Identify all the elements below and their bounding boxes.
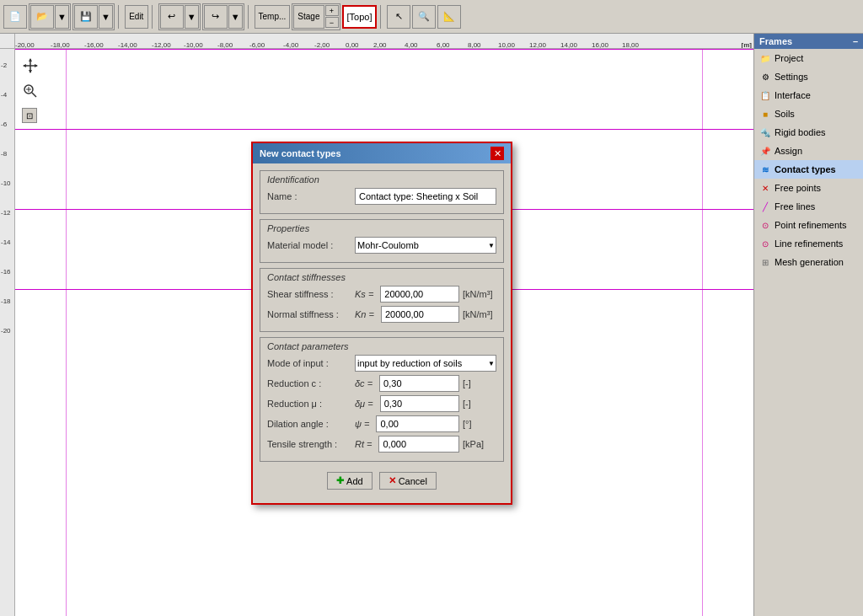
dilation-input[interactable]	[376, 415, 459, 432]
material-model-select[interactable]: Mohr-Coulomb Elastic None	[355, 237, 496, 254]
sidebar-item-free-points[interactable]: ✕ Free points	[754, 179, 863, 197]
open-dropdown[interactable]: ▼	[55, 5, 69, 29]
normal-stiffness-input[interactable]	[381, 306, 459, 323]
frames-panel-close[interactable]: –	[853, 36, 858, 46]
stage-button[interactable]: Stage	[293, 5, 324, 29]
measure-button[interactable]: 📐	[437, 5, 461, 29]
frames-panel-header: Frames –	[754, 34, 863, 49]
shear-stiffness-row: Shear stiffness : Ks = [kN/m³]	[267, 286, 496, 303]
name-row: Name :	[267, 188, 496, 205]
dialog-titlebar: New contact types ✕	[253, 143, 511, 163]
free-points-icon: ✕	[759, 182, 771, 194]
add-label: Add	[346, 476, 363, 486]
save-group: 💾 ▼	[72, 3, 115, 30]
v-line-left	[66, 49, 67, 616]
sidebar-item-mesh-generation[interactable]: ⊞ Mesh generation	[754, 253, 863, 271]
contact-params-group: Contact parameters Mode of input : input…	[260, 337, 504, 462]
mode-select[interactable]: input by reduction of soils manual input	[355, 355, 496, 372]
sidebar-item-soils[interactable]: ■ Soils	[754, 104, 863, 123]
properties-legend: Properties	[267, 223, 496, 233]
shear-stiffness-label: Shear stiffness :	[267, 289, 351, 299]
main-toolbar: 📄 📂 ▼ 💾 ▼ Edit ↩ ▼ ↪ ▼ Temp... Stage	[0, 0, 863, 34]
dialog-close-button[interactable]: ✕	[490, 147, 504, 160]
contact-stiffnesses-group: Contact stiffnesses Shear stiffness : Ks…	[260, 268, 504, 332]
reduction-c-row: Reduction c : δc = [-]	[267, 375, 496, 392]
assign-icon: 📌	[759, 145, 771, 157]
open-button[interactable]: 📂	[30, 5, 54, 29]
assign-label: Assign	[775, 146, 802, 156]
open-save-group: 📂 ▼	[29, 3, 71, 30]
point-refinements-icon: ⊙	[759, 219, 771, 231]
sidebar-item-line-refinements[interactable]: ⊙ Line refinements	[754, 234, 863, 253]
mesh-generation-icon: ⊞	[759, 256, 771, 268]
stage-icon: Stage	[297, 12, 319, 21]
dilation-unit: [°]	[463, 419, 496, 429]
normal-stiffness-label: Normal stiffness :	[267, 309, 351, 319]
tensile-symbol: Rt =	[355, 439, 372, 449]
reduction-mu-symbol: δμ =	[355, 399, 373, 409]
canvas-main-row: -2 -4 -6 -8 -10 -12 -14 -16 -18 -20	[0, 49, 753, 616]
measure-icon-canvas: ⊡	[26, 111, 33, 121]
cancel-x-icon: ✕	[389, 475, 396, 486]
redo-dropdown[interactable]: ▼	[228, 5, 243, 29]
sidebar-item-project[interactable]: 📁 Project	[754, 49, 863, 67]
sidebar-item-settings[interactable]: ⚙ Settings	[754, 67, 863, 86]
free-points-label: Free points	[775, 183, 821, 193]
shear-stiffness-symbol: Ks =	[355, 289, 373, 299]
normal-stiffness-symbol: Kn =	[355, 309, 374, 319]
add-button[interactable]: ✚ Add	[327, 472, 373, 490]
reduction-mu-input[interactable]	[380, 395, 459, 412]
zoom-icon: 🔍	[418, 11, 430, 22]
save-button[interactable]: 💾	[74, 5, 98, 29]
name-input[interactable]	[355, 188, 496, 205]
sidebar-item-point-refinements[interactable]: ⊙ Point refinements	[754, 216, 863, 234]
horizontal-ruler: -20,00 -18,00 -16,00 -14,00 -12,00 -10,0…	[0, 34, 753, 49]
frames-title: Frames	[759, 36, 792, 46]
zoom-tool-canvas[interactable]	[22, 83, 37, 99]
measure-tool-canvas[interactable]: ⊡	[22, 108, 37, 123]
contact-types-label: Contact types	[775, 164, 836, 174]
shear-stiffness-input[interactable]	[380, 286, 459, 303]
zoom-button[interactable]: 🔍	[412, 5, 436, 29]
mesh-generation-label: Mesh generation	[775, 257, 844, 267]
reduction-c-input[interactable]	[379, 375, 459, 392]
reduction-mu-unit: [-]	[463, 399, 496, 409]
select-button[interactable]: ↖	[387, 5, 410, 29]
mode-select-wrap: input by reduction of soils manual input…	[355, 355, 496, 372]
contact-types-icon: ≋	[759, 163, 771, 175]
identification-legend: Identification	[267, 174, 496, 185]
svg-marker-2	[29, 58, 32, 62]
template-button[interactable]: Temp...	[255, 5, 291, 29]
topo-button[interactable]: [Topo]	[342, 5, 378, 29]
stiffnesses-legend: Contact stiffnesses	[267, 272, 496, 282]
stage-plus[interactable]: +	[325, 5, 339, 16]
canvas-area: -20,00 -18,00 -16,00 -14,00 -12,00 -10,0…	[0, 34, 753, 616]
save-dropdown[interactable]: ▼	[99, 5, 113, 29]
cancel-button[interactable]: ✕ Cancel	[379, 472, 437, 490]
sidebar-item-rigid-bodies[interactable]: 🔩 Rigid bodies	[754, 123, 863, 142]
soils-icon: ■	[759, 108, 771, 120]
sidebar-item-free-lines[interactable]: ╱ Free lines	[754, 197, 863, 216]
material-model-row: Material model : Mohr-Coulomb Elastic No…	[267, 237, 496, 254]
sidebar-item-interface[interactable]: 📋 Interface	[754, 86, 863, 104]
move-tool[interactable]	[22, 57, 39, 76]
tensile-input[interactable]	[378, 436, 459, 453]
sidebar-item-contact-types[interactable]: ≋ Contact types	[754, 160, 863, 179]
undo-dropdown[interactable]: ▼	[185, 5, 199, 29]
topo-label: [Topo]	[347, 12, 373, 22]
undo-icon: ↩	[168, 11, 175, 22]
new-button[interactable]: 📄	[3, 5, 27, 29]
contact-params-legend: Contact parameters	[267, 341, 496, 351]
material-model-select-wrap: Mohr-Coulomb Elastic None ▼	[355, 237, 496, 254]
main-content: -20,00 -18,00 -16,00 -14,00 -12,00 -10,0…	[0, 34, 863, 616]
sidebar-item-assign[interactable]: 📌 Assign	[754, 142, 863, 160]
edit-button[interactable]: Edit	[125, 5, 148, 29]
dialog-body: Identification Name : Properties Materia…	[253, 163, 511, 503]
stage-minus[interactable]: −	[325, 17, 339, 28]
reduction-mu-row: Reduction μ : δμ = [-]	[267, 395, 496, 412]
redo-button[interactable]: ↪	[204, 5, 228, 29]
reduction-c-label: Reduction c :	[267, 378, 351, 388]
drawing-canvas[interactable]: ⊡ New contact types ✕ Identification Nam…	[15, 49, 753, 616]
undo-button[interactable]: ↩	[160, 5, 184, 29]
project-icon: 📁	[759, 52, 771, 64]
